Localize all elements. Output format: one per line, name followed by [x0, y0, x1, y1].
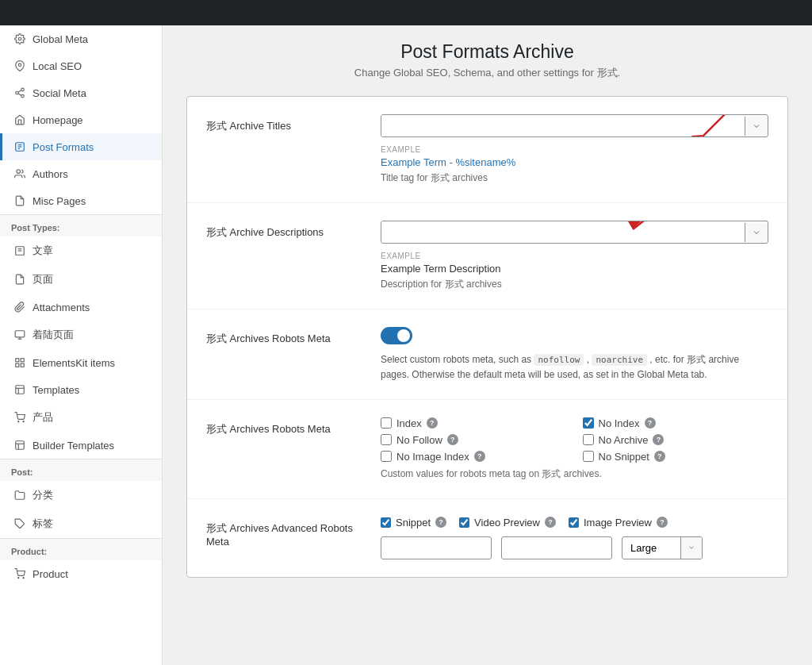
checkbox-no-archive: No Archive ? [583, 434, 769, 446]
archive-titles-row: 形式 Archive Titles %term% %sep% %sitename… [187, 97, 787, 203]
sidebar-item-post-formats[interactable]: Post Formats [0, 133, 162, 160]
video-preview-value-input[interactable]: -1 [501, 536, 612, 559]
sidebar-item-fenlei-label: 分类 [33, 488, 53, 502]
robots-meta-toggle-switch[interactable] [381, 327, 412, 344]
robots-meta-checkboxes-row: 形式 Archives Robots Meta Index ? No Index… [187, 400, 787, 499]
no-archive-help-icon[interactable]: ? [653, 434, 664, 445]
svg-point-32 [23, 578, 24, 579]
archive-descriptions-dropdown-btn[interactable] [745, 223, 768, 242]
archive-descriptions-example-label: EXAMPLE [381, 252, 768, 260]
snippet-advanced-item: Snippet ? [381, 517, 446, 529]
archive-titles-content: %term% %sep% %sitename% EXAMPLE Example … [381, 114, 768, 185]
sidebar-item-local-seo[interactable]: Local SEO [0, 52, 162, 79]
archive-descriptions-label: 形式 Archive Descriptions [206, 221, 365, 240]
kit-icon [13, 356, 26, 369]
top-bar [0, 0, 812, 25]
no-index-checkbox[interactable] [583, 417, 594, 429]
page-icon [13, 273, 26, 286]
robots-meta-checkboxes-content: Index ? No Index ? No Follow ? [381, 417, 768, 481]
custom-values-desc: Custom values for robots meta tag on 形式 … [381, 467, 768, 481]
sidebar-item-chanpin[interactable]: 产品 [0, 403, 162, 432]
sidebar-item-global-meta-label: Global Meta [33, 33, 88, 45]
archive-descriptions-description: Description for 形式 archives [381, 278, 768, 291]
svg-rect-18 [16, 359, 19, 362]
checkbox-no-index: No Index ? [583, 417, 769, 429]
settings-card: 形式 Archive Titles %term% %sep% %sitename… [186, 96, 788, 578]
sidebar-item-wen-zhang[interactable]: 文章 [0, 236, 162, 265]
svg-rect-21 [16, 363, 19, 367]
image-preview-help-icon[interactable]: ? [657, 517, 668, 528]
no-snippet-help-icon[interactable]: ? [654, 451, 665, 462]
video-preview-help-icon[interactable]: ? [545, 517, 556, 528]
svg-point-4 [21, 94, 25, 98]
index-checkbox[interactable] [381, 417, 392, 429]
robots-meta-toggle-label: 形式 Archives Robots Meta [206, 327, 365, 346]
svg-point-0 [18, 37, 21, 40]
archive-titles-description: Title tag for 形式 archives [381, 171, 768, 185]
sidebar-item-social-meta-label: Social Meta [33, 87, 86, 99]
sidebar-item-elementskit[interactable]: ElementsKit items [0, 349, 162, 376]
builder-icon [13, 439, 26, 452]
snippet-checkbox[interactable] [381, 517, 391, 528]
sidebar-item-builder-templates[interactable]: Builder Templates [0, 432, 162, 459]
page-subtitle: Change Global SEO, Schema, and other set… [186, 66, 788, 80]
post-types-section-label: Post Types: [0, 214, 162, 236]
index-label: Index [396, 417, 422, 429]
sidebar-item-authors[interactable]: Authors [0, 160, 162, 187]
cart-icon [13, 567, 26, 580]
no-follow-help-icon[interactable]: ? [447, 434, 458, 445]
people-icon [13, 167, 26, 180]
sidebar-item-ye-mian[interactable]: 页面 [0, 265, 162, 294]
no-snippet-checkbox[interactable] [583, 451, 594, 462]
sidebar-item-zhuluyemian[interactable]: 着陆页面 [0, 321, 162, 349]
advanced-robots-content: Snippet ? Video Preview ? Image Preview … [381, 517, 768, 559]
no-archive-checkbox[interactable] [583, 434, 594, 445]
attach-icon [13, 301, 26, 313]
svg-rect-22 [16, 386, 25, 394]
no-index-help-icon[interactable]: ? [645, 417, 656, 429]
sidebar-item-biaoqian[interactable]: 标签 [0, 509, 162, 538]
archive-titles-dropdown-btn[interactable] [745, 117, 768, 136]
video-preview-label: Video Preview [474, 517, 540, 529]
sidebar-item-templates[interactable]: Templates [0, 376, 162, 403]
snippet-label: Snippet [396, 517, 431, 529]
sidebar-item-attachments[interactable]: Attachments [0, 294, 162, 321]
svg-point-11 [17, 170, 21, 174]
snippet-adv-help-icon[interactable]: ? [435, 517, 446, 528]
sidebar-item-misc-pages-label: Misc Pages [33, 195, 86, 207]
sidebar-item-homepage[interactable]: Homepage [0, 106, 162, 133]
sidebar-item-fenlei[interactable]: 分类 [0, 481, 162, 509]
pin-icon [13, 60, 26, 72]
no-image-index-checkbox[interactable] [381, 451, 392, 462]
checkbox-no-follow: No Follow ? [381, 434, 567, 446]
no-image-index-help-icon[interactable]: ? [474, 451, 485, 462]
sidebar-item-global-meta[interactable]: Global Meta [0, 25, 162, 52]
archive-titles-input[interactable]: %term% %sep% %sitename% [381, 115, 745, 136]
main-content: Post Formats Archive Change Global SEO, … [163, 25, 812, 665]
svg-line-6 [18, 90, 21, 92]
robots-meta-checkboxes-label: 形式 Archives Robots Meta [206, 417, 365, 436]
product-icon [13, 411, 26, 424]
advanced-robots-label: 形式 Archives Advanced Robots Meta [206, 517, 365, 548]
archive-descriptions-input[interactable]: %term_description% [381, 221, 745, 243]
archive-descriptions-content: %term_description% EXAMPLE Example Term … [381, 221, 768, 291]
svg-rect-20 [21, 363, 24, 367]
image-preview-advanced-item: Image Preview ? [569, 517, 668, 529]
no-follow-label: No Follow [396, 434, 442, 446]
sidebar-item-social-meta[interactable]: Social Meta [0, 79, 162, 106]
landing-icon [13, 329, 26, 341]
gear-icon [13, 33, 26, 45]
page-title: Post Formats Archive [186, 41, 788, 63]
no-follow-checkbox[interactable] [381, 434, 392, 445]
home-icon [13, 113, 26, 126]
index-help-icon[interactable]: ? [427, 417, 438, 429]
image-size-select[interactable]: Large None Standard [622, 537, 680, 559]
snippet-value-input[interactable]: -1 [381, 536, 492, 559]
document-icon [13, 140, 26, 153]
video-preview-checkbox[interactable] [459, 517, 469, 528]
no-archive-label: No Archive [599, 434, 649, 446]
sidebar-item-misc-pages[interactable]: Misc Pages [0, 187, 162, 214]
image-preview-checkbox[interactable] [569, 517, 579, 528]
svg-line-5 [18, 94, 21, 95]
sidebar-item-product[interactable]: Product [0, 560, 162, 587]
